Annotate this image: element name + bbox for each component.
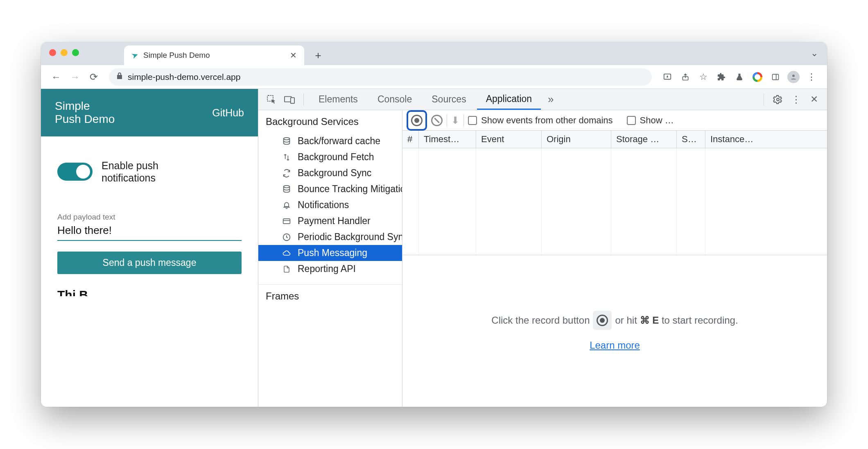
tab-title: Simple Push Demo: [143, 51, 210, 60]
tab-console[interactable]: Console: [368, 89, 421, 110]
col-storage[interactable]: Storage …: [611, 131, 677, 148]
device-toolbar-icon[interactable]: [281, 91, 298, 108]
toolbar-actions: ☆ ⋮: [659, 69, 820, 85]
truncated-heading: Thi B: [57, 288, 242, 296]
show-truncated-checkbox[interactable]: [627, 116, 636, 125]
toolbar: ← → ⟳ simple-push-demo.vercel.app ☆: [41, 65, 827, 89]
bg-services-toolbar: ⬇ Show events from other domains Show …: [402, 110, 827, 131]
close-window-button[interactable]: [49, 49, 56, 56]
show-other-domains-checkbox[interactable]: [468, 116, 477, 125]
placeholder-text-or-hit: or hit: [615, 315, 637, 326]
app-title: Simple Push Demo: [55, 100, 115, 126]
database-icon: [281, 185, 292, 194]
svg-point-9: [284, 137, 290, 140]
url-text: simple-push-demo.vercel.app: [128, 72, 240, 82]
col-instance[interactable]: Instance…: [705, 131, 827, 148]
extensions-icon[interactable]: [713, 69, 730, 85]
kebab-menu-icon[interactable]: ⋮: [803, 69, 820, 85]
settings-gear-icon[interactable]: [770, 91, 786, 108]
payload-input[interactable]: [57, 222, 242, 241]
app-header: Simple Push Demo GitHub: [41, 89, 258, 136]
inspect-element-icon[interactable]: [263, 91, 280, 108]
close-tab-icon[interactable]: ✕: [290, 50, 297, 60]
more-tabs-icon[interactable]: »: [542, 91, 559, 108]
record-button[interactable]: [411, 115, 423, 126]
enable-push-row: Enable push notifications: [57, 159, 242, 184]
minimize-window-button[interactable]: [61, 49, 68, 56]
col-s[interactable]: S…: [677, 131, 705, 148]
side-panel-icon[interactable]: [767, 69, 784, 85]
sidebar-item-bfcache[interactable]: Back/forward cache: [258, 133, 402, 149]
tab-sources[interactable]: Sources: [423, 89, 475, 110]
svg-point-4: [792, 75, 795, 77]
download-icon[interactable]: ⬇: [451, 115, 459, 126]
application-main: ⬇ Show events from other domains Show … …: [402, 110, 827, 407]
sidebar-item-notifications[interactable]: Notifications: [258, 197, 402, 213]
events-table-body: [402, 148, 827, 255]
chevron-down-icon[interactable]: ⌄: [811, 48, 818, 59]
col-timestamp[interactable]: Timest…: [419, 131, 476, 148]
col-index[interactable]: #: [402, 131, 419, 148]
svg-point-10: [284, 185, 290, 188]
share-icon[interactable]: [677, 69, 694, 85]
sidebar-item-push-messaging[interactable]: Push Messaging: [258, 245, 402, 261]
placeholder-text-before: Click the record button: [491, 315, 590, 326]
send-push-button[interactable]: Send a push message: [57, 252, 242, 274]
omnibox[interactable]: simple-push-demo.vercel.app: [109, 68, 652, 86]
sidebar-category-bg-services: Background Services: [258, 110, 402, 133]
sidebar-category-frames: Frames: [258, 285, 402, 308]
app-title-line2: Push Demo: [55, 113, 115, 126]
forward-button[interactable]: →: [67, 69, 83, 85]
col-origin[interactable]: Origin: [542, 131, 611, 148]
bookmark-star-icon[interactable]: ☆: [695, 69, 712, 85]
svg-rect-2: [773, 74, 779, 79]
sidebar-item-bounce-tracking[interactable]: Bounce Tracking Mitigations: [258, 181, 402, 197]
show-truncated-label: Show …: [640, 115, 674, 126]
sidebar-item-reporting-api[interactable]: Reporting API: [258, 261, 402, 277]
sidebar-item-bg-fetch[interactable]: Background Fetch: [258, 149, 402, 165]
paper-plane-icon: ➤: [130, 50, 140, 61]
sidebar-item-payment-handler[interactable]: Payment Handler: [258, 213, 402, 229]
shortcut-key: E: [652, 315, 659, 326]
events-table-header: # Timest… Event Origin Storage … S… Inst…: [402, 131, 827, 148]
credit-card-icon: [281, 217, 292, 225]
sidebar-item-periodic-sync[interactable]: Periodic Background Sync: [258, 229, 402, 245]
github-link[interactable]: GitHub: [212, 107, 244, 119]
back-button[interactable]: ←: [48, 69, 64, 85]
tab-application[interactable]: Application: [477, 89, 541, 110]
content-area: Simple Push Demo GitHub Enable push noti…: [41, 89, 827, 407]
window-controls: [49, 49, 79, 56]
new-tab-button[interactable]: +: [310, 47, 326, 63]
tab-elements[interactable]: Elements: [310, 89, 367, 110]
shortcut-modifier: ⌘: [640, 315, 650, 326]
profile-avatar[interactable]: [785, 69, 802, 85]
fullscreen-window-button[interactable]: [72, 49, 79, 56]
application-sidebar: Background Services Back/forward cache B…: [258, 110, 402, 407]
sync-icon: [281, 169, 292, 178]
reload-button[interactable]: ⟳: [86, 69, 102, 85]
browser-window: ➤ Simple Push Demo ✕ + ⌄ ← → ⟳ simple-pu…: [41, 42, 827, 407]
browser-tab[interactable]: ➤ Simple Push Demo ✕: [124, 45, 304, 65]
lock-icon: [116, 72, 123, 82]
col-event[interactable]: Event: [476, 131, 542, 148]
install-icon[interactable]: [659, 69, 676, 85]
show-other-domains-label: Show events from other domains: [481, 115, 613, 126]
devtools-tabbar: Elements Console Sources Application » ⋮…: [258, 89, 827, 110]
recording-placeholder: Click the record button or hit ⌘ E to st…: [402, 255, 827, 407]
devtools-panel: Elements Console Sources Application » ⋮…: [258, 89, 827, 407]
payload-label: Add payload text: [57, 213, 242, 222]
close-devtools-icon[interactable]: ✕: [806, 91, 822, 108]
learn-more-link[interactable]: Learn more: [590, 340, 640, 351]
enable-push-toggle[interactable]: [57, 163, 93, 181]
page-content: Simple Push Demo GitHub Enable push noti…: [41, 89, 258, 407]
svg-rect-7: [291, 98, 294, 103]
bell-icon: [281, 201, 292, 210]
clock-icon: [281, 233, 292, 242]
record-icon: [593, 311, 612, 330]
sidebar-item-bg-sync[interactable]: Background Sync: [258, 165, 402, 181]
clear-button[interactable]: [431, 115, 443, 126]
svg-rect-11: [283, 219, 290, 224]
google-icon[interactable]: [749, 69, 766, 85]
labs-icon[interactable]: [731, 69, 748, 85]
devtools-kebab-icon[interactable]: ⋮: [788, 91, 804, 108]
